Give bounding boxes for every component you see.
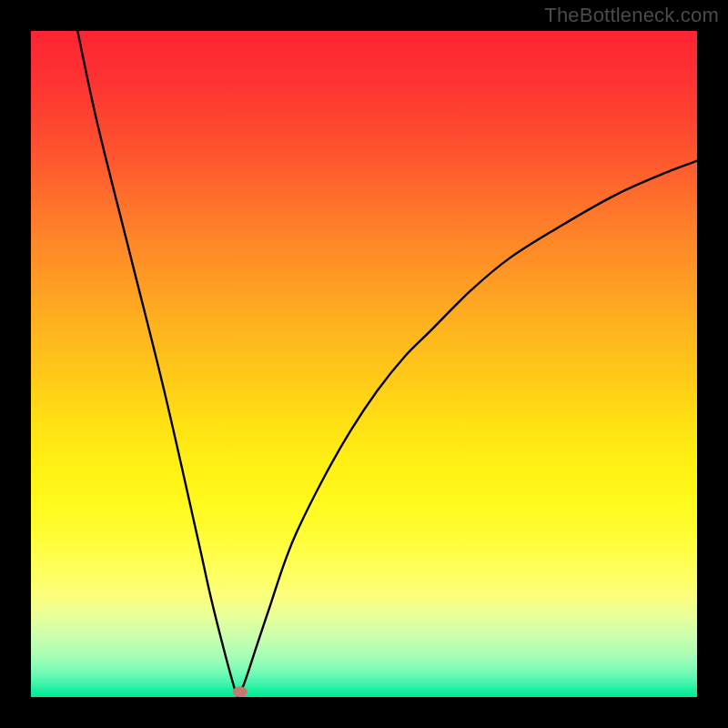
curve-right-branch [238,161,697,696]
curve-left-branch [77,31,238,696]
chart-frame: TheBottleneck.com [0,0,728,728]
curve-layer [31,31,697,697]
minimum-marker [233,686,248,697]
watermark-text: TheBottleneck.com [544,4,719,27]
plot-area [31,31,697,697]
